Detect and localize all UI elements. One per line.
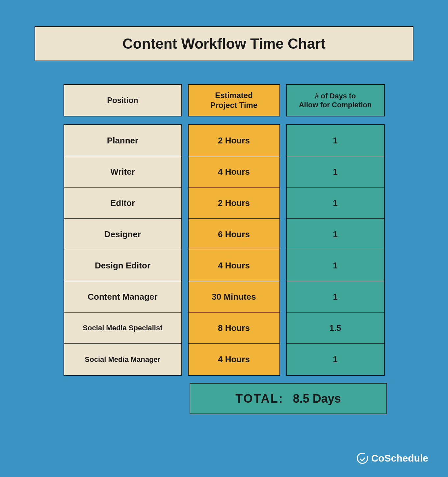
table-row: 4 Hours: [189, 250, 279, 281]
table-row: 6 Hours: [189, 219, 279, 250]
table-row: 1: [287, 281, 384, 313]
checkmark-icon: [357, 453, 368, 464]
chart-title: Content Workflow Time Chart: [35, 26, 413, 61]
table-row: 2 Hours: [189, 188, 279, 219]
position-header: Position: [64, 84, 182, 116]
time-header: EstimatedProject Time: [188, 84, 280, 116]
workflow-table: Position Planner Writer Editor Designer …: [31, 84, 417, 376]
table-row: 8 Hours: [189, 313, 279, 344]
table-row: 30 Minutes: [189, 281, 279, 313]
days-body: 1 1 1 1 1 1 1.5 1: [286, 124, 385, 376]
days-header: # of Days toAllow for Completion: [286, 84, 385, 116]
table-row: Content Manager: [64, 281, 181, 313]
table-row: Social Media Specialist: [64, 313, 181, 344]
time-column: EstimatedProject Time 2 Hours 4 Hours 2 …: [188, 84, 280, 376]
total-row: TOTAL: 8.5 Days: [160, 383, 417, 414]
table-row: 4 Hours: [189, 344, 279, 375]
days-column: # of Days toAllow for Completion 1 1 1 1…: [286, 84, 385, 376]
table-row: Editor: [64, 188, 181, 219]
brand-name: CoSchedule: [371, 453, 428, 464]
time-body: 2 Hours 4 Hours 2 Hours 6 Hours 4 Hours …: [188, 124, 280, 376]
position-column: Position Planner Writer Editor Designer …: [64, 84, 182, 376]
table-row: 2 Hours: [189, 125, 279, 156]
table-row: 1: [287, 250, 384, 281]
table-row: 1: [287, 156, 384, 188]
table-row: Writer: [64, 156, 181, 188]
table-row: Social Media Manager: [64, 344, 181, 375]
brand-logo: CoSchedule: [357, 453, 428, 464]
table-row: 1: [287, 125, 384, 156]
table-row: 1: [287, 344, 384, 375]
table-row: 4 Hours: [189, 156, 279, 188]
table-row: Designer: [64, 219, 181, 250]
table-row: 1.5: [287, 313, 384, 344]
position-body: Planner Writer Editor Designer Design Ed…: [64, 124, 182, 376]
table-row: Design Editor: [64, 250, 181, 281]
table-row: Planner: [64, 125, 181, 156]
table-row: 1: [287, 188, 384, 219]
total-label: TOTAL:: [235, 392, 284, 406]
total-box: TOTAL: 8.5 Days: [190, 383, 387, 414]
table-row: 1: [287, 219, 384, 250]
total-value: 8.5 Days: [293, 392, 341, 406]
